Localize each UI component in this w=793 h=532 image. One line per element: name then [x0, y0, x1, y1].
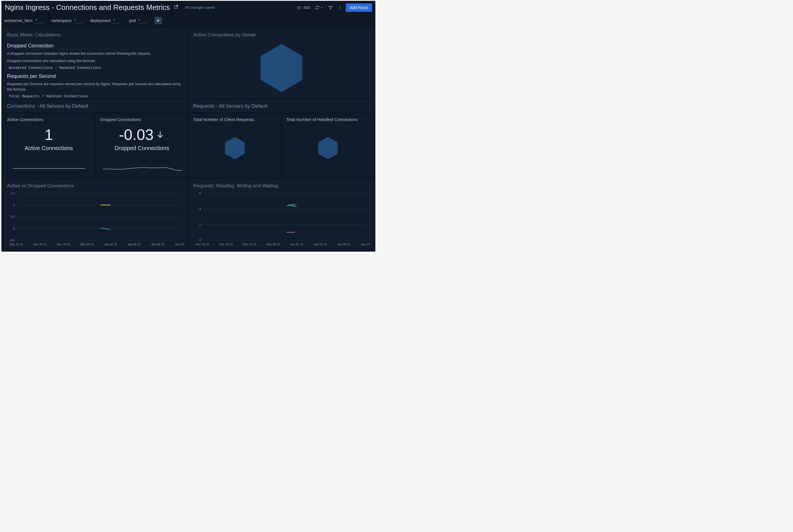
page-title: Nginx Ingress - Connections and Requests…: [5, 3, 170, 12]
svg-text:Dec 28 21: Dec 28 21: [80, 242, 94, 246]
section-title: Requests - All Servers by Default: [193, 103, 370, 109]
save-status: All changes saved: [185, 5, 215, 10]
svg-text:Jan 13 22: Jan 13 22: [175, 242, 183, 246]
text: A dropped connection indicates Nginx end…: [7, 51, 183, 56]
chart-active-vs-dropped: -0.500.511.5Dec 16 21Dec 20 21Dec 24 21D…: [7, 192, 183, 247]
formula: Accepted Connections - Handled Connectio…: [7, 66, 183, 70]
svg-text:6: 6: [199, 192, 201, 195]
svg-text:-0.5: -0.5: [9, 239, 15, 242]
filter-namespace[interactable]: namespace *: [51, 18, 82, 23]
svg-text:2: 2: [199, 223, 201, 226]
stat-label: Active Connections: [7, 145, 91, 151]
panel-active-connections-by-server: Active Connections by Server: [189, 28, 374, 98]
panel-basic-metric-calculations: Basic Metric Calculations Dropped Connec…: [3, 28, 188, 98]
panel-title: Active Connections: [7, 117, 91, 122]
refresh-icon[interactable]: [314, 5, 323, 10]
add-filter-button[interactable]: +: [155, 17, 162, 24]
svg-text:Jan 05 22: Jan 05 22: [314, 242, 327, 246]
svg-text:Dec 20 21: Dec 20 21: [219, 242, 233, 246]
panel-requests-rww: Requests: Reading, Writing and Waiting 0…: [189, 179, 374, 250]
heading-rps: Requests per Second: [7, 73, 183, 79]
stat-value: 1: [7, 126, 91, 143]
panel-title: Dropped Connections: [100, 117, 183, 122]
svg-point-4: [340, 8, 340, 9]
top-bar: Nginx Ingress - Connections and Requests…: [1, 1, 375, 15]
svg-text:Dec 16 21: Dec 16 21: [196, 242, 210, 246]
svg-text:Jan 01 22: Jan 01 22: [290, 242, 304, 246]
panel-title: Total Number of Handled Connections: [286, 117, 370, 122]
svg-text:Dec 24 21: Dec 24 21: [243, 242, 257, 246]
stat-label: Dropped Connections: [100, 145, 183, 151]
svg-marker-8: [318, 137, 338, 159]
svg-text:Jan 01 22: Jan 01 22: [104, 242, 117, 246]
svg-marker-7: [225, 137, 245, 159]
filter-pod[interactable]: pod *: [129, 18, 147, 23]
panel-total-client-requests: Total Number of Client Requests: [189, 114, 281, 177]
stat-value: -0.03: [100, 126, 183, 143]
chart-requests-rww: 0246Dec 16 21Dec 20 21Dec 24 21Dec 28 21…: [193, 192, 370, 247]
sparkline: [100, 163, 183, 174]
panel-title: Basic Metric Calculations: [7, 32, 183, 38]
formula: Total Requests / Handled Connections: [7, 94, 183, 98]
filter-deployment[interactable]: deployment *: [90, 18, 121, 23]
hexagon-placeholder-icon: [193, 41, 370, 95]
time-range-value: -30D: [302, 5, 310, 10]
panel-title: Total Number of Client Requests: [193, 117, 277, 122]
panel-active-vs-dropped: Active vs Dropped Connections -0.500.511…: [3, 179, 188, 250]
svg-text:0: 0: [13, 227, 15, 230]
svg-text:Dec 24 21: Dec 24 21: [57, 242, 71, 246]
panel-title: Requests: Reading, Writing and Waiting: [193, 183, 370, 189]
svg-text:0: 0: [199, 239, 201, 242]
filter-webserver-farm[interactable]: webserver_farm *: [4, 18, 43, 23]
svg-text:1.5: 1.5: [11, 192, 15, 195]
time-range-picker[interactable]: -30D: [296, 5, 310, 10]
panel-title: Active Connections by Server: [193, 32, 370, 38]
filter-icon[interactable]: [327, 5, 333, 10]
panel-total-handled-connections: Total Number of Handled Connections: [282, 114, 374, 177]
svg-text:Jan 13 22: Jan 13 22: [361, 242, 370, 246]
text: Dropped connections are calculated using…: [7, 58, 183, 63]
share-icon[interactable]: [174, 4, 179, 11]
svg-text:Jan 09 22: Jan 09 22: [337, 242, 350, 246]
hexagon-placeholder-icon: [193, 122, 277, 174]
svg-point-3: [340, 7, 340, 7]
section-requests: Requests - All Servers by Default: [189, 100, 374, 112]
text: Requests per Second are requests served …: [7, 81, 183, 92]
svg-text:Dec 28 21: Dec 28 21: [266, 242, 280, 246]
panel-title: Active vs Dropped Connections: [7, 183, 183, 189]
svg-text:Dec 20 21: Dec 20 21: [33, 242, 47, 246]
svg-text:Dec 16 21: Dec 16 21: [9, 242, 23, 246]
add-panel-button[interactable]: Add Panel: [346, 3, 372, 12]
svg-text:Jan 09 22: Jan 09 22: [151, 242, 165, 246]
panel-dropped-connections: Dropped Connections -0.03 Dropped Connec…: [96, 114, 188, 177]
svg-text:1: 1: [13, 203, 15, 207]
section-title: Connections - All Servers by Default: [7, 103, 183, 109]
arrow-down-icon: [155, 130, 165, 139]
section-connections: Connections - All Servers by Default: [3, 100, 188, 112]
svg-point-2: [340, 6, 340, 6]
hexagon-placeholder-icon: [286, 122, 370, 174]
svg-text:0.5: 0.5: [11, 215, 15, 218]
panel-active-connections: Active Connections 1 Active Connections: [3, 114, 95, 177]
svg-marker-5: [260, 44, 302, 92]
svg-text:4: 4: [199, 207, 201, 210]
heading-dropped-connection: Dropped Connection: [7, 43, 183, 49]
svg-text:Jan 05 22: Jan 05 22: [128, 242, 141, 246]
kebab-menu-icon[interactable]: [337, 5, 342, 10]
filter-bar: webserver_farm * namespace * deployment …: [1, 15, 375, 28]
sparkline: [7, 163, 91, 174]
